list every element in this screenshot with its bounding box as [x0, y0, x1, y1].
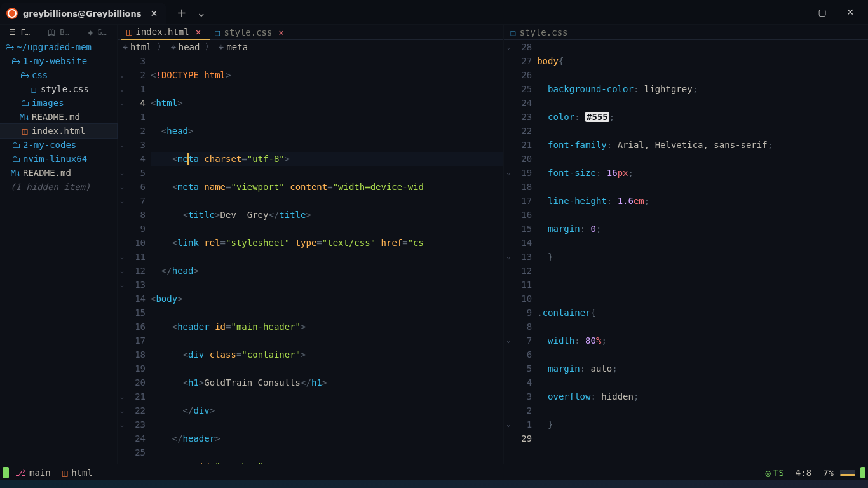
buffer-header-right: ❑ style.css	[504, 25, 868, 40]
tree-item[interactable]: M↓ README.md	[0, 110, 117, 124]
tree-label: images	[32, 98, 64, 108]
breadcrumb-icon: ⌖	[171, 42, 176, 53]
tree-item-selected[interactable]: ◫ index.html	[0, 124, 117, 138]
sidebar-tab-files[interactable]: ☰ F…	[0, 28, 39, 37]
tab-dropdown-button[interactable]: ⌄	[196, 6, 206, 19]
gutter-right: 28⌄272625242322212019⌄181716151413⌄12111…	[504, 40, 537, 464]
code-content-right[interactable]: body{ background-color: lightgrey; color…	[537, 40, 868, 464]
folder-icon: 🗀	[19, 98, 31, 108]
terminal-tab-title: greybillions@Greybillions	[23, 9, 142, 18]
treesitter-indicator: TS	[766, 468, 784, 478]
tree-label: css	[32, 70, 48, 80]
ubuntu-icon	[6, 8, 18, 19]
editor-app: ☰ F… 🕮 B… ◆ G… 🗁 ~/upgraded-mem 🗁 1-my-w…	[0, 24, 868, 464]
buffer-tab-label: style.css	[224, 27, 273, 37]
code-content-left[interactable]: <!DOCTYPE html> <html> <head> <meta char…	[151, 54, 503, 464]
filetype-indicator: ◫ html	[62, 468, 93, 478]
minimize-button[interactable]: —	[780, 7, 808, 17]
git-branch-name: main	[29, 468, 51, 478]
buffer-title-style[interactable]: ❑ style.css	[508, 25, 576, 40]
tree-item[interactable]: 🗀 images	[0, 96, 117, 110]
buffer-tab-index[interactable]: ◫ index.html ✕	[121, 25, 210, 40]
folder-open-icon: 🗁	[10, 56, 22, 66]
tree-label: README.md	[32, 112, 80, 122]
breadcrumb: ⌖ html 〉 ⌖ head 〉 ⌖ meta	[118, 40, 503, 54]
folder-open-icon: 🗁	[4, 42, 15, 52]
filetype-label: html	[71, 468, 93, 478]
tree-label: style.css	[41, 84, 89, 94]
html-file-icon: ◫	[126, 27, 132, 37]
tree-item[interactable]: M↓ README.md	[0, 166, 117, 180]
scroll-indicator	[840, 470, 855, 476]
status-end-block	[860, 467, 865, 478]
maximize-button[interactable]: ▢	[808, 7, 836, 17]
breadcrumb-icon: ⌖	[219, 42, 224, 53]
tree-item[interactable]: 🗀 2-my-codes	[0, 138, 117, 152]
markdown-file-icon: M↓	[19, 112, 31, 122]
tree-item[interactable]: 🗁 1-my-website	[0, 54, 117, 68]
css-file-icon: ❑	[510, 27, 515, 37]
new-tab-button[interactable]: +	[177, 6, 186, 19]
gutter-left: 32⌄1⌄4⌄123⌄45⌄6⌄7⌄891011⌄12⌄13⌄141516171…	[118, 54, 151, 464]
folder-open-icon: 🗁	[19, 70, 31, 80]
breadcrumb-icon: ⌖	[123, 42, 128, 53]
terminal-tab[interactable]: greybillions@Greybillions ✕	[0, 3, 166, 24]
tree-label: README.md	[23, 168, 71, 178]
sidebar-tab-buffers[interactable]: 🕮 B…	[39, 28, 78, 37]
os-taskbar-strip	[0, 480, 868, 488]
crumb-seg[interactable]: head	[179, 42, 200, 52]
tree-item[interactable]: 🗀 nvim-linux64	[0, 152, 117, 166]
tree-root-label: ~/upgraded-mem	[17, 42, 92, 52]
crumb-seg[interactable]: html	[130, 42, 152, 52]
window-controls: — ▢ ✕	[780, 7, 868, 17]
tree-hidden-label: (1 hidden item)	[10, 182, 90, 192]
tab-close-icon[interactable]: ✕	[151, 8, 158, 18]
titlebar: greybillions@Greybillions ✕ + ⌄ — ▢ ✕	[0, 0, 868, 24]
tree-label: 2-my-codes	[23, 140, 76, 150]
buffer-tabs: ◫ index.html ✕ ❑ style.css ✕	[118, 25, 503, 40]
css-file-icon: ❑	[215, 27, 220, 37]
file-tree-sidebar: ☰ F… 🕮 B… ◆ G… 🗁 ~/upgraded-mem 🗁 1-my-w…	[0, 25, 118, 464]
tree-label: nvim-linux64	[23, 154, 87, 164]
buffer-tab-label: index.html	[135, 27, 189, 37]
sidebar-tab-git[interactable]: ◆ G…	[78, 28, 117, 37]
status-bar: main ◫ html TS 4:8 7%	[0, 464, 868, 480]
folder-icon: 🗀	[10, 140, 22, 150]
markdown-file-icon: M↓	[10, 168, 22, 178]
buffer-tab-label: style.css	[520, 27, 568, 37]
buffer-tab-style[interactable]: ❑ style.css ✕	[210, 25, 293, 40]
chevron-right-icon: 〉	[205, 41, 214, 53]
close-icon[interactable]: ✕	[278, 27, 283, 37]
close-button[interactable]: ✕	[836, 7, 864, 17]
cursor-position: 4:8	[796, 468, 811, 478]
html-file-icon: ◫	[19, 126, 31, 136]
scroll-percent: 7%	[823, 468, 834, 478]
css-file-icon: ❑	[28, 84, 39, 94]
chevron-right-icon: 〉	[157, 41, 166, 53]
git-branch[interactable]: main	[15, 468, 51, 478]
editor-pane-left: ◫ index.html ✕ ❑ style.css ✕ ⌖ html 〉 ⌖ …	[118, 25, 503, 464]
tree-item[interactable]: 🗁 css	[0, 68, 117, 82]
folder-icon: 🗀	[10, 154, 22, 164]
mode-indicator	[3, 467, 9, 478]
code-area-left[interactable]: 32⌄1⌄4⌄123⌄45⌄6⌄7⌄891011⌄12⌄13⌄141516171…	[118, 54, 503, 464]
crumb-seg[interactable]: meta	[226, 42, 248, 52]
close-icon[interactable]: ✕	[196, 27, 201, 37]
editor-split: ◫ index.html ✕ ❑ style.css ✕ ⌖ html 〉 ⌖ …	[118, 25, 868, 464]
tree-label: index.html	[32, 126, 85, 136]
html-file-icon: ◫	[62, 468, 67, 478]
tree-item[interactable]: ❑ style.css	[0, 82, 117, 96]
tree-label: 1-my-website	[23, 56, 87, 66]
code-area-right[interactable]: 28⌄272625242322212019⌄181716151413⌄12111…	[504, 40, 868, 464]
tree-hidden-note: (1 hidden item)	[0, 180, 117, 194]
editor-pane-right: ❑ style.css 28⌄272625242322212019⌄181716…	[503, 25, 868, 464]
tree-root[interactable]: 🗁 ~/upgraded-mem	[0, 40, 117, 54]
sidebar-tabs: ☰ F… 🕮 B… ◆ G…	[0, 25, 117, 40]
